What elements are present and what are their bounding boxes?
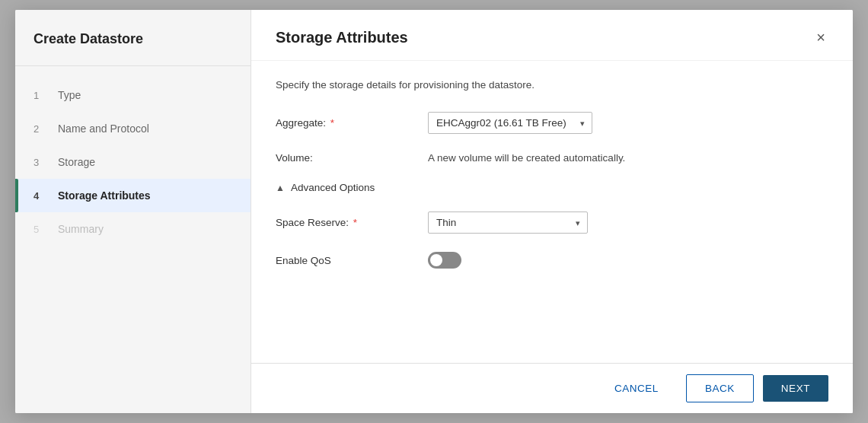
sidebar: Create Datastore 1 Type 2 Name and Proto…	[15, 10, 251, 413]
modal: Create Datastore 1 Type 2 Name and Proto…	[15, 10, 853, 413]
main-content: Storage Attributes × Specify the storage…	[251, 10, 853, 413]
close-icon: ×	[816, 29, 825, 46]
description-text: Specify the storage details for provisio…	[276, 79, 828, 91]
main-body: Specify the storage details for provisio…	[251, 61, 853, 363]
space-reserve-select-wrapper: Thin Thick None ▾	[428, 212, 588, 234]
sidebar-step-storage[interactable]: 3 Storage	[15, 145, 251, 179]
advanced-options-label: Advanced Options	[291, 182, 375, 193]
next-button[interactable]: NEXT	[763, 375, 828, 402]
step-label-name-protocol: Name and Protocol	[58, 122, 149, 135]
main-footer: CANCEL BACK NEXT	[251, 363, 853, 413]
space-reserve-row: Space Reserve: * Thin Thick None ▾	[276, 212, 828, 234]
close-button[interactable]: ×	[813, 27, 828, 48]
space-reserve-required: *	[353, 217, 357, 228]
aggregate-row: Aggregate: * EHCAggr02 (16.61 TB Free) ▾	[276, 112, 828, 134]
advanced-options-toggle[interactable]: ▲ Advanced Options	[276, 182, 828, 193]
modal-overlay: Create Datastore 1 Type 2 Name and Proto…	[0, 0, 868, 423]
enable-qos-toggle[interactable]	[428, 252, 461, 269]
volume-value: A new volume will be created automatical…	[428, 152, 625, 164]
main-header: Storage Attributes ×	[251, 10, 853, 61]
page-title: Storage Attributes	[276, 29, 408, 46]
aggregate-required: *	[330, 117, 334, 129]
aggregate-label: Aggregate: *	[276, 117, 428, 129]
space-reserve-select[interactable]: Thin Thick None	[428, 212, 588, 234]
aggregate-select[interactable]: EHCAggr02 (16.61 TB Free)	[428, 112, 592, 134]
sidebar-step-type[interactable]: 1 Type	[15, 78, 251, 112]
step-label-storage: Storage	[58, 156, 95, 168]
sidebar-step-name-protocol[interactable]: 2 Name and Protocol	[15, 112, 251, 145]
enable-qos-label: Enable QoS	[276, 255, 428, 266]
step-num-5: 5	[34, 224, 50, 235]
enable-qos-row: Enable QoS	[276, 252, 828, 269]
step-label-storage-attributes: Storage Attributes	[58, 189, 151, 202]
steps-list: 1 Type 2 Name and Protocol 3 Storage 4 S…	[15, 66, 251, 258]
step-num-3: 3	[34, 157, 50, 168]
back-button[interactable]: BACK	[686, 374, 754, 402]
modal-title: Create Datastore	[15, 10, 251, 66]
step-label-type: Type	[58, 89, 81, 101]
step-num-2: 2	[34, 123, 50, 135]
sidebar-step-storage-attributes[interactable]: 4 Storage Attributes	[15, 179, 251, 212]
cancel-button[interactable]: CANCEL	[596, 375, 677, 402]
volume-label: Volume:	[276, 152, 428, 164]
aggregate-select-wrapper: EHCAggr02 (16.61 TB Free) ▾	[428, 112, 592, 134]
space-reserve-label: Space Reserve: *	[276, 217, 428, 228]
step-label-summary: Summary	[58, 223, 104, 235]
toggle-slider	[428, 252, 461, 269]
step-num-1: 1	[34, 90, 50, 101]
volume-row: Volume: A new volume will be created aut…	[276, 152, 828, 164]
sidebar-step-summary[interactable]: 5 Summary	[15, 212, 251, 246]
chevron-up-icon: ▲	[276, 183, 285, 193]
step-num-4: 4	[34, 190, 50, 202]
